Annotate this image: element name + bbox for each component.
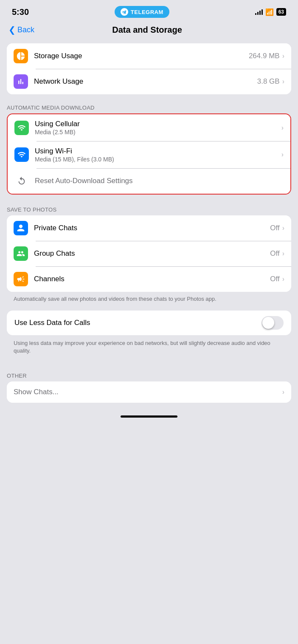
telegram-app-name: TELEGRAM (131, 9, 163, 15)
other-card-wrapper: Show Chats... › (7, 381, 291, 403)
reset-label: Reset Auto-Download Settings (35, 177, 133, 185)
channels-icon (14, 272, 28, 286)
using-cellular-row[interactable]: Using Cellular Media (2.5 MB) › (8, 114, 290, 141)
reset-auto-download-row[interactable]: Reset Auto-Download Settings (8, 168, 290, 194)
signal-bars-icon (255, 9, 263, 15)
status-time: 5:30 (12, 7, 29, 17)
home-indicator (121, 415, 177, 418)
storage-usage-chevron-icon: › (282, 52, 284, 60)
save-to-photos-note: Automatically save all new photos and vi… (7, 292, 291, 309)
network-usage-row[interactable]: Network Usage 3.8 GB › (7, 69, 291, 94)
highlighted-wrapper: Using Cellular Media (2.5 MB) › Using Wi… (7, 113, 291, 195)
network-usage-icon (14, 74, 28, 89)
using-cellular-content: Using Cellular Media (2.5 MB) (35, 120, 281, 136)
private-chats-icon (14, 221, 28, 235)
auto-download-section: AUTOMATIC MEDIA DOWNLOAD Using Cellular … (0, 100, 298, 195)
nav-bar: ❮ Back Data and Storage (0, 21, 298, 41)
cellular-icon (14, 121, 29, 135)
telegram-icon (121, 8, 128, 16)
private-chats-row[interactable]: Private Chats Off › (7, 215, 291, 241)
using-wifi-title: Using Wi-Fi (35, 147, 281, 155)
back-button[interactable]: ❮ Back (8, 25, 34, 35)
use-less-data-row[interactable]: Use Less Data for Calls (7, 311, 291, 335)
using-cellular-chevron-icon: › (281, 124, 284, 132)
group-chats-value: Off (270, 249, 279, 258)
storage-usage-row[interactable]: Storage Usage 264.9 MB › (7, 43, 291, 69)
private-chats-chevron-icon: › (282, 224, 284, 232)
channels-row[interactable]: Channels Off › (7, 266, 291, 292)
status-center: TELEGRAM (115, 6, 169, 18)
using-wifi-row[interactable]: Using Wi-Fi Media (15 MB), Files (3.0 MB… (8, 141, 290, 168)
home-indicator-area (0, 415, 298, 418)
auto-download-card: Using Cellular Media (2.5 MB) › Using Wi… (7, 113, 291, 195)
other-partial-row[interactable]: Show Chats... › (7, 381, 291, 403)
channels-chevron-icon: › (282, 275, 284, 283)
back-chevron-icon: ❮ (8, 25, 16, 35)
status-bar: 5:30 TELEGRAM 📶 63 (0, 0, 298, 21)
storage-usage-title: Storage Usage (34, 52, 249, 60)
storage-usage-content: Storage Usage (34, 52, 249, 60)
other-label: OTHER (0, 368, 298, 381)
use-less-data-toggle[interactable] (261, 316, 284, 330)
channels-value: Off (270, 275, 279, 283)
using-cellular-subtitle: Media (2.5 MB) (35, 129, 281, 136)
battery-indicator: 63 (276, 8, 286, 16)
save-to-photos-section: SAVE TO PHOTOS Private Chats Off › (0, 202, 298, 309)
storage-section: Storage Usage 264.9 MB › Network Usage 3… (7, 43, 291, 94)
auto-download-label: AUTOMATIC MEDIA DOWNLOAD (0, 100, 298, 113)
status-right: 📶 63 (255, 8, 286, 16)
storage-usage-value: 264.9 MB (249, 52, 280, 60)
channels-content: Channels (34, 275, 270, 283)
reset-icon (14, 174, 29, 188)
channels-title: Channels (34, 275, 270, 283)
group-chats-content: Group Chats (34, 249, 270, 258)
using-wifi-content: Using Wi-Fi Media (15 MB), Files (3.0 MB… (35, 147, 281, 163)
other-partial-content: Show Chats... (14, 388, 282, 396)
storage-usage-icon (14, 49, 28, 63)
use-less-data-note: Using less data may improve your experie… (7, 335, 291, 361)
use-less-data-label: Use Less Data for Calls (14, 319, 261, 327)
network-usage-chevron-icon: › (282, 78, 284, 85)
save-to-photos-card: Private Chats Off › Group Chats Off › (7, 215, 291, 292)
other-partial-title: Show Chats... (14, 388, 282, 396)
private-chats-content: Private Chats (34, 224, 270, 232)
telegram-badge: TELEGRAM (115, 6, 169, 18)
other-section: OTHER Show Chats... › (0, 368, 298, 403)
group-chats-chevron-icon: › (282, 250, 284, 257)
storage-card: Storage Usage 264.9 MB › Network Usage 3… (7, 43, 291, 94)
group-chats-icon (14, 246, 28, 261)
private-chats-value: Off (270, 224, 279, 232)
use-less-data-section: Use Less Data for Calls Using less data … (7, 311, 291, 361)
page-title: Data and Storage (34, 25, 260, 35)
group-chats-row[interactable]: Group Chats Off › (7, 241, 291, 266)
using-cellular-title: Using Cellular (35, 120, 281, 128)
other-card: Show Chats... › (7, 381, 291, 403)
save-to-photos-label: SAVE TO PHOTOS (0, 202, 298, 215)
group-chats-title: Group Chats (34, 249, 270, 258)
private-chats-title: Private Chats (34, 224, 270, 232)
network-usage-title: Network Usage (34, 77, 257, 86)
back-label: Back (17, 25, 34, 34)
network-usage-value: 3.8 GB (257, 77, 280, 86)
wifi-settings-icon (14, 147, 29, 162)
using-wifi-subtitle: Media (15 MB), Files (3.0 MB) (35, 156, 281, 163)
using-wifi-chevron-icon: › (281, 151, 284, 158)
network-usage-content: Network Usage (34, 77, 257, 86)
toggle-knob (262, 317, 274, 329)
save-to-photos-card-wrapper: Private Chats Off › Group Chats Off › (7, 215, 291, 292)
wifi-icon: 📶 (265, 8, 274, 16)
other-chevron-icon: › (282, 388, 284, 396)
